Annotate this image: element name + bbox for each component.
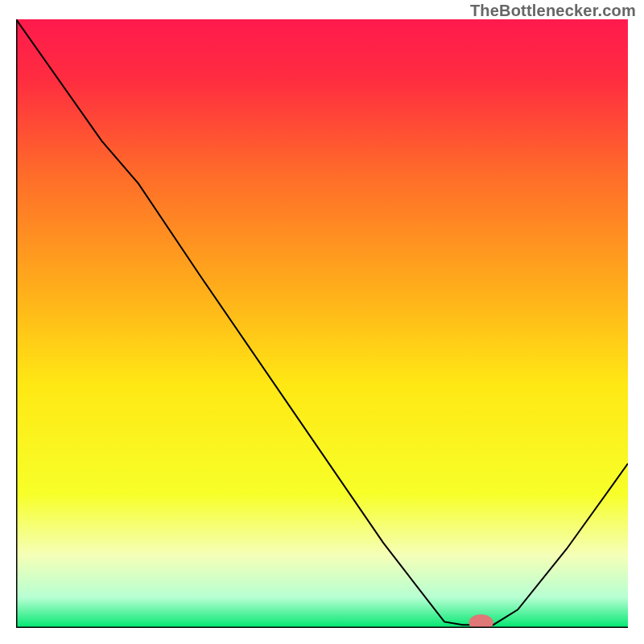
watermark-text: TheBottlenecker.com	[470, 2, 636, 20]
gradient-background	[16, 19, 628, 628]
chart-wrapper: TheBottlenecker.com	[0, 0, 644, 644]
bottleneck-chart	[16, 19, 628, 628]
